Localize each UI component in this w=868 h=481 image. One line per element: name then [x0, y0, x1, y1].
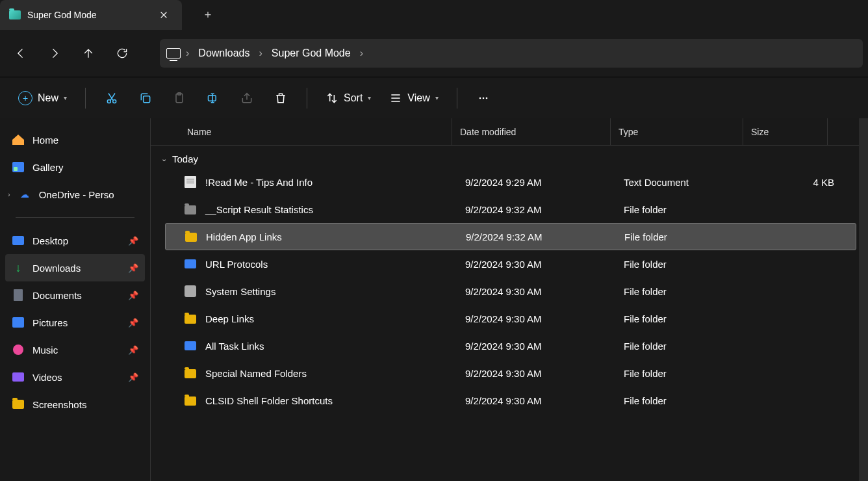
sidebar-label: Home — [32, 135, 58, 146]
divider — [16, 217, 134, 218]
paste-button[interactable] — [165, 85, 194, 111]
file-size: 4 KB — [756, 177, 834, 188]
file-name: !Read Me - Tips And Info — [205, 177, 313, 188]
sidebar-label: Downloads — [32, 263, 81, 274]
file-icon — [185, 341, 196, 350]
up-button[interactable] — [73, 38, 104, 69]
more-button[interactable] — [469, 85, 498, 111]
column-date-modified[interactable]: ˅Date modified — [452, 118, 611, 145]
file-type: File folder — [624, 259, 756, 270]
back-button[interactable] — [5, 38, 36, 69]
pin-icon: 📌 — [128, 291, 138, 300]
sidebar-label: Gallery — [32, 162, 64, 173]
sort-button[interactable]: Sort ▾ — [319, 85, 377, 111]
file-type: Text Document — [624, 177, 756, 188]
svg-point-1 — [113, 99, 116, 103]
address-row: › Downloads › Super God Mode › — [0, 30, 868, 77]
file-row[interactable]: CLSID Shell Folder Shortcuts9/2/2024 9:3… — [165, 387, 856, 414]
file-date: 9/2/2024 9:30 AM — [465, 395, 624, 406]
file-icon — [185, 396, 196, 406]
sidebar-item-pictures[interactable]: Pictures 📌 — [5, 309, 145, 336]
refresh-button[interactable] — [107, 38, 138, 69]
copy-button[interactable] — [131, 85, 160, 111]
sort-label: Sort — [344, 92, 363, 104]
file-date: 9/2/2024 9:32 AM — [466, 231, 624, 242]
tab-active[interactable]: Super God Mode — [0, 0, 182, 30]
column-size[interactable]: Size — [743, 118, 828, 145]
file-type: File folder — [624, 368, 756, 379]
chevron-down-icon: ▾ — [64, 94, 67, 101]
file-name: CLSID Shell Folder Shortcuts — [205, 395, 333, 406]
file-icon — [185, 176, 196, 188]
forward-button[interactable] — [39, 38, 70, 69]
group-header-today[interactable]: ⌄ Today — [151, 150, 856, 168]
file-row[interactable]: URL Protocols9/2/2024 9:30 AMFile folder — [165, 250, 856, 278]
sidebar-item-videos[interactable]: Videos 📌 — [5, 363, 145, 391]
new-label: New — [38, 92, 58, 104]
close-tab-button[interactable] — [153, 5, 174, 25]
new-button[interactable]: + New ▾ — [12, 85, 73, 111]
sidebar-item-documents[interactable]: Documents 📌 — [5, 281, 145, 309]
new-tab-button[interactable]: + — [195, 2, 221, 28]
chevron-right-icon[interactable]: › — [259, 47, 262, 59]
this-pc-icon — [166, 48, 181, 58]
file-name: System Settings — [205, 286, 275, 297]
breadcrumb-current[interactable]: Super God Mode — [268, 45, 355, 62]
scrollbar[interactable] — [859, 118, 868, 481]
sidebar-item-onedrive[interactable]: › ☁ OneDrive - Perso — [5, 181, 145, 208]
separator — [307, 88, 307, 109]
pin-icon: 📌 — [128, 318, 138, 328]
column-name[interactable]: Name — [179, 118, 452, 145]
file-date: 9/2/2024 9:30 AM — [465, 259, 624, 270]
content-pane: Name ˅Date modified Type Size ⌄ Today !R… — [151, 118, 859, 481]
sidebar-item-home[interactable]: Home — [5, 126, 145, 153]
sidebar-item-gallery[interactable]: Gallery — [5, 153, 145, 181]
cloud-icon: ☁ — [18, 188, 31, 201]
file-row[interactable]: __Script Result Statistics9/2/2024 9:32 … — [165, 196, 856, 223]
svg-point-0 — [107, 99, 110, 103]
file-name: URL Protocols — [205, 259, 268, 270]
sidebar-item-music[interactable]: Music 📌 — [5, 336, 145, 363]
file-type: File folder — [624, 286, 756, 297]
sidebar: Home Gallery › ☁ OneDrive - Perso Deskto… — [0, 118, 151, 481]
column-type[interactable]: Type — [611, 118, 743, 145]
rename-button[interactable] — [199, 85, 227, 111]
svg-rect-5 — [209, 95, 216, 100]
svg-point-7 — [482, 97, 484, 99]
chevron-right-icon[interactable]: › — [360, 47, 363, 59]
folder-icon — [12, 398, 25, 411]
sidebar-label: Videos — [32, 372, 62, 383]
file-type: File folder — [624, 395, 756, 406]
file-row[interactable]: System Settings9/2/2024 9:30 AMFile fold… — [165, 278, 856, 305]
file-name: Special Named Folders — [205, 368, 307, 379]
file-row[interactable]: All Task Links9/2/2024 9:30 AMFile folde… — [165, 332, 856, 359]
desktop-icon — [12, 234, 25, 247]
file-date: 9/2/2024 9:30 AM — [465, 313, 624, 324]
file-row[interactable]: Deep Links9/2/2024 9:30 AMFile folder — [165, 305, 856, 332]
cut-button[interactable] — [97, 85, 126, 111]
chevron-right-icon[interactable]: › — [186, 47, 189, 59]
file-row[interactable]: !Read Me - Tips And Info9/2/2024 9:29 AM… — [165, 168, 856, 196]
file-name: __Script Result Statistics — [205, 204, 313, 215]
delete-button[interactable] — [266, 85, 295, 111]
sort-indicator-icon: ˅ — [531, 118, 535, 122]
file-icon — [185, 205, 196, 214]
share-button[interactable] — [233, 85, 261, 111]
sidebar-item-desktop[interactable]: Desktop 📌 — [5, 227, 145, 254]
file-date: 9/2/2024 9:30 AM — [465, 341, 624, 352]
svg-rect-2 — [144, 96, 150, 102]
chevron-right-icon[interactable]: › — [8, 190, 10, 198]
file-date: 9/2/2024 9:30 AM — [465, 286, 624, 297]
address-bar[interactable]: › Downloads › Super God Mode › — [160, 39, 863, 68]
file-name: All Task Links — [205, 341, 264, 352]
sidebar-item-downloads[interactable]: ↓ Downloads 📌 — [5, 254, 145, 281]
breadcrumb-downloads[interactable]: Downloads — [194, 45, 253, 62]
file-row[interactable]: Hidden App Links9/2/2024 9:32 AMFile fol… — [165, 223, 856, 250]
file-row[interactable]: Special Named Folders9/2/2024 9:30 AMFil… — [165, 359, 856, 387]
view-button[interactable]: View ▾ — [383, 85, 444, 111]
sidebar-label: Music — [32, 344, 58, 356]
file-icon — [185, 259, 196, 268]
svg-point-6 — [479, 97, 481, 99]
pin-icon: 📌 — [128, 345, 138, 355]
sidebar-item-screenshots[interactable]: Screenshots — [5, 391, 145, 418]
